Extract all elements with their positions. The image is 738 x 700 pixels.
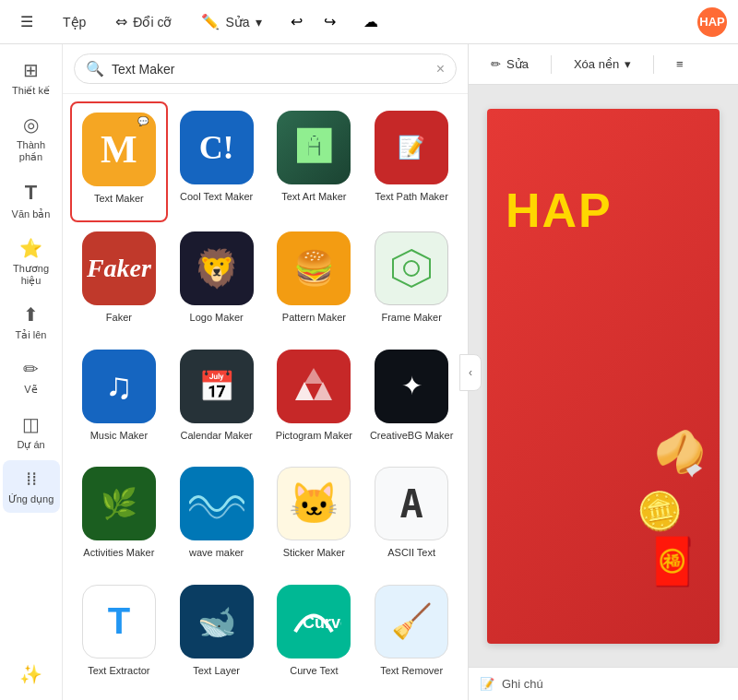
sidebar-item-van-ban[interactable]: T Văn bản bbox=[3, 173, 60, 228]
music-label: Music Maker bbox=[90, 429, 148, 442]
app-music-maker[interactable]: ♫ Music Maker bbox=[70, 340, 168, 457]
edit-label: Sửa bbox=[225, 15, 249, 30]
text-maker-label: Text Maker bbox=[94, 192, 144, 205]
app-text-maker[interactable]: M 💬 Text Maker bbox=[70, 101, 168, 222]
sidebar: ⊞ Thiết kế ◎ Thành phần T Văn bản ⭐ Thươ… bbox=[0, 44, 63, 700]
app-calendar-maker[interactable]: 📅 Calendar Maker bbox=[168, 340, 266, 457]
app-sticker-maker[interactable]: 🐱 Sticker Maker bbox=[266, 457, 363, 575]
hamburger-menu-button[interactable]: ☰ bbox=[11, 7, 42, 36]
search-input-wrapper[interactable]: 🔍 × bbox=[74, 53, 457, 84]
text-maker-icon: M 💬 bbox=[82, 113, 156, 186]
app-text-layer[interactable]: 🐋 Text Layer bbox=[168, 575, 266, 693]
canvas-edit-button[interactable]: ✏ Sửa bbox=[480, 52, 540, 77]
brand-icon: ⭐ bbox=[19, 237, 42, 259]
note-label: Ghi chú bbox=[502, 677, 543, 691]
sidebar-label-thanh-phan: Thành phần bbox=[6, 139, 56, 163]
text-remover-label: Text Remover bbox=[380, 664, 443, 677]
ascii-icon: A bbox=[375, 467, 448, 540]
svg-marker-0 bbox=[393, 250, 430, 287]
canvas-area: ✏ Sửa Xóa nền ▾ ≡ HAP 🧧 🪙 🥠 bbox=[469, 44, 738, 700]
text-art-label: Text Art Maker bbox=[281, 190, 346, 203]
app-activities-maker[interactable]: 🌿 Activities Maker bbox=[70, 457, 168, 575]
divider2 bbox=[653, 55, 654, 74]
remove-bg-button[interactable]: Xóa nền ▾ bbox=[563, 52, 642, 77]
search-input[interactable] bbox=[112, 62, 429, 77]
components-icon: ◎ bbox=[23, 113, 39, 136]
app-logo-maker[interactable]: 🦁 Logo Maker bbox=[168, 222, 266, 339]
app-cool-text-maker[interactable]: C! Cool Text Maker bbox=[168, 101, 266, 222]
calendar-icon: 📅 bbox=[180, 350, 254, 423]
sidebar-item-thiet-ke[interactable]: ⊞ Thiết kế bbox=[3, 52, 60, 104]
canvas-menu-icon: ≡ bbox=[676, 57, 684, 71]
canvas-menu-button[interactable]: ≡ bbox=[665, 52, 695, 77]
sidebar-item-ung-dung[interactable]: ⁞⁞ Ứng dụng bbox=[3, 460, 60, 513]
fortune-decoration: 🥠 bbox=[654, 429, 706, 478]
sidebar-label-tai-len: Tải lên bbox=[16, 329, 47, 341]
app-text-art-maker[interactable]: 🅰 Text Art Maker bbox=[266, 101, 363, 222]
plugin-panel: 🔍 × M 💬 Text Maker C! bbox=[63, 44, 469, 700]
project-icon: ◫ bbox=[22, 413, 40, 435]
logo-icon: 🦁 bbox=[180, 231, 254, 305]
app-text-path-maker[interactable]: 📝 Text Path Maker bbox=[363, 101, 460, 222]
calendar-label: Calendar Maker bbox=[180, 429, 252, 442]
cloud-button[interactable]: ☁ bbox=[356, 7, 386, 37]
ornaments-decoration: 🧧 bbox=[644, 535, 701, 588]
sidebar-label-ve: Vẽ bbox=[24, 384, 37, 396]
canvas-toolbar: ✏ Sửa Xóa nền ▾ ≡ bbox=[469, 44, 738, 85]
app-ascii-text[interactable]: A ASCII Text bbox=[363, 457, 460, 575]
app-pattern-maker[interactable]: 🍔 Pattern Maker bbox=[266, 222, 363, 339]
sidebar-item-thanh-phan[interactable]: ◎ Thành phần bbox=[3, 106, 60, 171]
canvas-frame: HAP 🧧 🪙 🥠 bbox=[487, 109, 720, 644]
svg-marker-2 bbox=[295, 382, 314, 400]
app-curve-text[interactable]: Curve Curve Text bbox=[266, 575, 363, 693]
text-extractor-label: Text Extractor bbox=[88, 664, 149, 677]
file-label: Tệp bbox=[63, 15, 86, 30]
svg-marker-4 bbox=[304, 368, 323, 384]
search-clear-button[interactable]: × bbox=[436, 61, 445, 77]
edit-button[interactable]: ✏️ Sửa ▾ bbox=[192, 7, 270, 36]
faker-label: Faker bbox=[106, 311, 132, 324]
resize-button[interactable]: ⇔ Đổi cỡ bbox=[106, 7, 181, 36]
app-pictogram-maker[interactable]: Pictogram Maker bbox=[266, 340, 363, 457]
file-button[interactable]: Tệp bbox=[54, 9, 95, 35]
user-avatar[interactable]: HAP bbox=[697, 7, 727, 37]
svg-text:Curve: Curve bbox=[303, 613, 341, 632]
draw-icon: ✏ bbox=[23, 358, 39, 380]
app-faker[interactable]: Faker Faker bbox=[70, 222, 168, 339]
canvas-content[interactable]: HAP 🧧 🪙 🥠 bbox=[469, 85, 738, 667]
creativebg-icon: ✦ bbox=[375, 350, 448, 423]
app-creativebg-maker[interactable]: ✦ CreativeBG Maker bbox=[363, 340, 460, 457]
sidebar-item-ve[interactable]: ✏ Vẽ bbox=[3, 350, 60, 403]
app-text-remover[interactable]: 🧹 Text Remover bbox=[363, 575, 460, 693]
wave-svg bbox=[189, 485, 244, 522]
frame-label: Frame Maker bbox=[381, 311, 441, 324]
app-text-extractor[interactable]: T Text Extractor bbox=[70, 575, 168, 693]
redo-button[interactable]: ↪ bbox=[315, 7, 345, 37]
logo-label: Logo Maker bbox=[190, 311, 244, 324]
text-path-label: Text Path Maker bbox=[375, 190, 447, 203]
layout-icon: ⊞ bbox=[23, 59, 39, 81]
undo-button[interactable]: ↩ bbox=[282, 7, 312, 37]
activities-label: Activities Maker bbox=[83, 546, 154, 559]
text-layer-icon: 🐋 bbox=[180, 585, 254, 658]
collapse-panel-button[interactable]: ‹ bbox=[459, 354, 482, 391]
sticker-label: Sticker Maker bbox=[283, 546, 345, 559]
edit-dropdown-icon: ▾ bbox=[256, 15, 262, 30]
canvas-text: HAP bbox=[506, 183, 613, 238]
sidebar-item-du-an[interactable]: ◫ Dự án bbox=[3, 406, 60, 458]
sidebar-item-magic[interactable]: ✨ bbox=[3, 656, 60, 693]
app-wave-maker[interactable]: wave maker bbox=[168, 457, 266, 575]
apps-icon: ⁞⁞ bbox=[26, 468, 37, 490]
app-frame-maker[interactable]: Frame Maker bbox=[363, 222, 460, 339]
canvas-edit-label: Sửa bbox=[506, 57, 529, 71]
search-icon: 🔍 bbox=[86, 60, 104, 77]
cool-text-label: Cool Text Maker bbox=[180, 190, 253, 203]
sidebar-item-tai-len[interactable]: ⬆ Tải lên bbox=[3, 296, 60, 349]
magic-icon: ✨ bbox=[19, 663, 42, 685]
wave-icon bbox=[180, 467, 254, 540]
text-remover-icon: 🧹 bbox=[375, 585, 448, 658]
note-icon: 📝 bbox=[480, 677, 494, 691]
pictogram-icon bbox=[277, 350, 351, 423]
svg-marker-3 bbox=[314, 382, 332, 400]
sidebar-item-thuong-hieu[interactable]: ⭐ Thương hiệu bbox=[3, 230, 60, 294]
